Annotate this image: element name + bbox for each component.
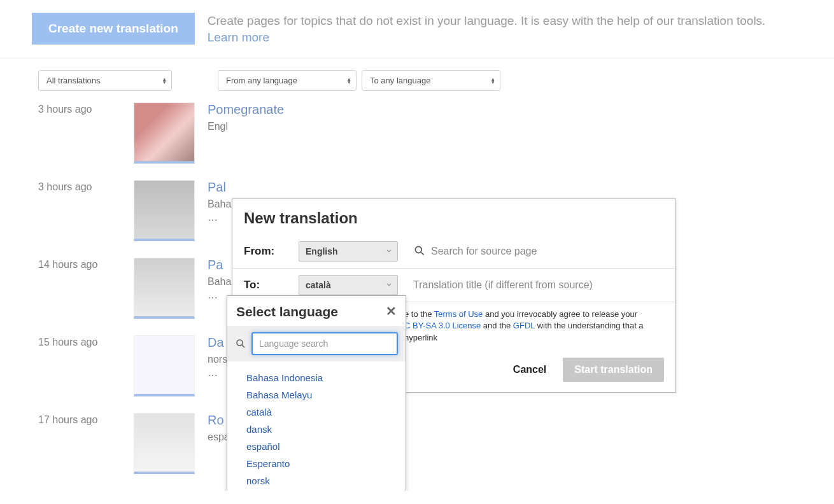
source-page-input[interactable] xyxy=(431,246,664,257)
search-icon xyxy=(413,244,426,259)
translation-title-input[interactable] xyxy=(413,279,664,291)
thumbnail[interactable] xyxy=(134,258,195,319)
dialog-title: New translation xyxy=(232,199,675,235)
filter-from-language[interactable]: From any language ▴▾ xyxy=(218,70,357,91)
create-translation-button[interactable]: Create new translation xyxy=(32,13,195,45)
select-language-popover: Select language ✕ Bahasa Indonesia Bahas… xyxy=(227,295,406,491)
thumbnail[interactable] xyxy=(134,102,195,164)
timestamp: 17 hours ago xyxy=(38,413,134,426)
language-option[interactable]: català xyxy=(227,403,406,421)
language-option[interactable]: Bahasa Melayu xyxy=(227,386,406,403)
article-title-link[interactable]: Da xyxy=(208,335,224,349)
language-option[interactable]: Bahasa Indonesia xyxy=(227,369,406,386)
thumbnail[interactable] xyxy=(134,335,195,396)
popover-title: Select language xyxy=(236,304,338,320)
close-icon[interactable]: ✕ xyxy=(386,304,397,320)
language-option[interactable]: norsk xyxy=(227,472,406,489)
article-title-link[interactable]: Ro xyxy=(208,413,224,427)
chevron-down-icon xyxy=(385,280,393,291)
language-option[interactable]: Esperanto xyxy=(227,455,406,472)
license-link[interactable]: C BY-SA 3.0 License xyxy=(404,321,481,330)
timestamp: 3 hours ago xyxy=(38,180,134,193)
gfdl-link[interactable]: GFDL xyxy=(513,321,535,330)
language-pair: Engl xyxy=(208,121,834,132)
chevron-updown-icon: ▴▾ xyxy=(348,78,351,84)
svg-point-2 xyxy=(237,340,243,346)
translation-row: 3 hours ago Pomegranate Engl xyxy=(38,102,834,164)
thumbnail[interactable] xyxy=(134,180,195,241)
article-title-link[interactable]: Pa xyxy=(208,258,223,272)
top-description: Create pages for topics that do not exis… xyxy=(208,13,781,45)
from-language-dropdown[interactable]: English xyxy=(299,241,398,262)
filter-bar: All translations ▴▾ From any language ▴▾… xyxy=(38,70,834,91)
cancel-button[interactable]: Cancel xyxy=(513,364,546,375)
timestamp: 3 hours ago xyxy=(38,102,134,115)
start-translation-button[interactable]: Start translation xyxy=(563,358,664,382)
to-language-dropdown[interactable]: català xyxy=(299,275,398,295)
language-search-row xyxy=(227,326,406,361)
to-label: To: xyxy=(244,279,299,291)
timestamp: 15 hours ago xyxy=(38,335,134,348)
svg-point-0 xyxy=(415,246,421,253)
chevron-updown-icon: ▴▾ xyxy=(163,78,166,84)
svg-line-3 xyxy=(242,345,244,347)
language-option[interactable]: dansk xyxy=(227,421,406,438)
learn-more-link[interactable]: Learn more xyxy=(208,31,269,44)
translation-row: 17 hours ago Ro espa xyxy=(38,413,834,474)
chevron-updown-icon: ▴▾ xyxy=(491,78,495,84)
terms-link[interactable]: Terms of Use xyxy=(434,309,483,319)
article-title-link[interactable]: Pal xyxy=(208,180,226,194)
language-search-input[interactable] xyxy=(251,332,398,355)
chevron-down-icon xyxy=(385,246,393,257)
from-label: From: xyxy=(244,245,299,258)
from-row: From: English xyxy=(232,235,675,269)
filter-to-language[interactable]: To any language ▴▾ xyxy=(362,70,500,91)
language-option[interactable]: português xyxy=(227,489,406,491)
language-list: Bahasa Indonesia Bahasa Melayu català da… xyxy=(227,361,406,491)
language-option[interactable]: español xyxy=(227,438,406,455)
timestamp: 14 hours ago xyxy=(38,258,134,270)
article-title-link[interactable]: Pomegranate xyxy=(208,102,284,116)
thumbnail[interactable] xyxy=(134,413,195,474)
filter-all-translations[interactable]: All translations ▴▾ xyxy=(38,70,172,91)
svg-line-1 xyxy=(421,252,424,255)
search-icon xyxy=(235,338,246,349)
